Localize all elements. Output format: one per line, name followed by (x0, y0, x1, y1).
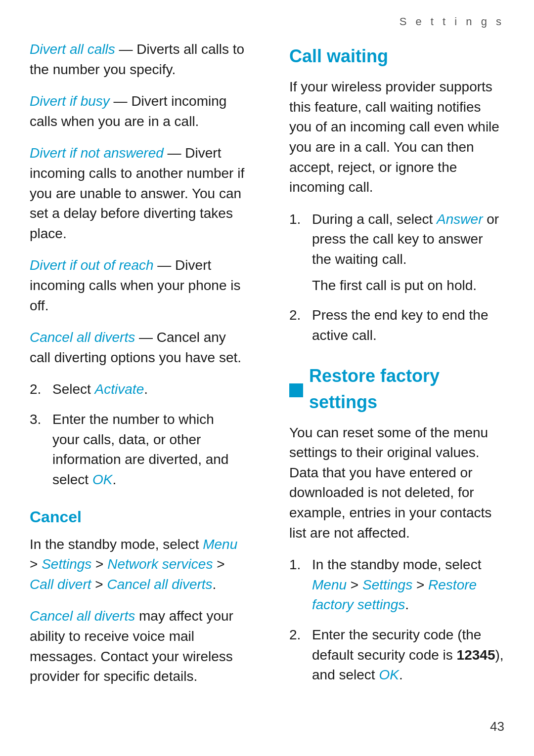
call-waiting-heading: Call waiting (289, 43, 504, 69)
left-column: Divert all calls — Diverts all calls to … (30, 40, 255, 699)
menu-link-cancel: Menu (203, 537, 237, 552)
content-area: Divert all calls — Diverts all calls to … (0, 0, 534, 738)
cancel-all-diverts-link3: Cancel all diverts (30, 608, 135, 624)
ok-link-restore: OK (379, 667, 399, 682)
call-waiting-step-1: 1. During a call, select Answer or press… (289, 210, 504, 295)
restore-icon (289, 383, 303, 397)
divert-if-out-of-reach-para: Divert if out of reach — Divert incoming… (30, 255, 245, 316)
ok-link-left: OK (92, 472, 112, 487)
divert-all-calls-link: Divert all calls (30, 42, 115, 57)
cancel-sep4: > (91, 577, 107, 592)
step-1-before: During a call, select (312, 211, 437, 227)
left-step-2-before: Select (52, 381, 95, 397)
left-step-2-after: . (144, 381, 148, 397)
divert-if-not-answered-para: Divert if not answered — Divert incoming… (30, 143, 245, 244)
step-1-content: During a call, select Answer or press th… (312, 210, 504, 295)
left-step-3-before: Enter the number to which your calls, da… (52, 412, 228, 487)
security-code: 12345 (457, 647, 495, 663)
divert-if-out-of-reach-link: Divert if out of reach (30, 257, 154, 273)
divert-all-calls-para: Divert all calls — Diverts all calls to … (30, 40, 245, 80)
right-column: Call waiting If your wireless provider s… (284, 40, 504, 699)
call-divert-link: Call divert (30, 577, 91, 592)
restore-sep1: > (347, 577, 362, 592)
network-services-link: Network services (107, 556, 213, 572)
restore-step-2-before: Enter the security code (the default sec… (312, 627, 481, 663)
restore-factory-heading-text: Restore factory settings (309, 363, 504, 415)
cancel-section: Cancel In the standby mode, select Menu … (30, 505, 245, 687)
restore-step-2: 2. Enter the security code (the default … (289, 625, 504, 685)
cancel-para1: In the standby mode, select Menu > Setti… (30, 535, 245, 595)
call-waiting-section: Call waiting If your wireless provider s… (289, 43, 504, 345)
left-steps-list: 2. Select Activate. 3. Enter the number … (30, 379, 245, 490)
left-step-2-content: Select Activate. (52, 379, 245, 400)
menu-link-restore: Menu (312, 577, 347, 592)
page-number: 43 (490, 717, 504, 736)
left-step-3-content: Enter the number to which your calls, da… (52, 410, 245, 490)
cancel-para2: Cancel all diverts may affect your abili… (30, 606, 245, 686)
cancel-para1-after: . (213, 577, 217, 592)
restore-step-1-num: 1. (289, 555, 304, 615)
restore-step-1-after: . (405, 597, 409, 612)
cancel-sep3: > (213, 556, 224, 572)
restore-step-1-before: In the standby mode, select (312, 557, 481, 572)
restore-factory-section: Restore factory settings You can reset s… (289, 363, 504, 685)
call-waiting-steps: 1. During a call, select Answer or press… (289, 210, 504, 346)
answer-link: Answer (437, 211, 483, 227)
activate-link: Activate (95, 381, 144, 397)
restore-factory-heading: Restore factory settings (289, 363, 504, 415)
left-step-3-after: . (112, 472, 116, 487)
cancel-all-diverts-para: Cancel all diverts — Cancel any call div… (30, 328, 245, 368)
divert-if-busy-para: Divert if busy — Divert incoming calls w… (30, 91, 245, 131)
step-2-content: Press the end key to end the active call… (312, 305, 504, 345)
restore-step-1: 1. In the standby mode, select Menu > Se… (289, 555, 504, 615)
restore-intro: You can reset some of the menu settings … (289, 423, 504, 544)
left-step-2: 2. Select Activate. (30, 379, 245, 400)
restore-step-1-content: In the standby mode, select Menu > Setti… (312, 555, 504, 615)
call-waiting-intro: If your wireless provider supports this … (289, 77, 504, 198)
call-waiting-step-2: 2. Press the end key to end the active c… (289, 305, 504, 345)
settings-link-restore: Settings (362, 577, 412, 592)
restore-step-2-content: Enter the security code (the default sec… (312, 625, 504, 685)
step-1-num: 1. (289, 210, 304, 295)
left-step-3-num: 3. (30, 410, 44, 490)
restore-step-2-after: . (399, 667, 403, 682)
restore-step-2-num: 2. (289, 625, 304, 685)
cancel-all-diverts-link2: Cancel all diverts (107, 577, 212, 592)
settings-link-cancel: Settings (42, 556, 91, 572)
cancel-sep1: > (30, 556, 42, 572)
cancel-sep2: > (91, 556, 107, 572)
divert-if-busy-link: Divert if busy (30, 93, 110, 109)
cancel-heading: Cancel (30, 505, 245, 528)
cancel-all-diverts-link: Cancel all diverts (30, 330, 135, 345)
step-2-num: 2. (289, 305, 304, 345)
left-step-2-num: 2. (30, 379, 44, 400)
restore-sep2: > (412, 577, 428, 592)
cancel-para1-before: In the standby mode, select (30, 537, 203, 552)
page-header-label: S e t t i n g s (400, 14, 504, 30)
step-1-sub-para: The first call is put on hold. (312, 276, 504, 296)
restore-steps: 1. In the standby mode, select Menu > Se… (289, 555, 504, 685)
left-step-3: 3. Enter the number to which your calls,… (30, 410, 245, 490)
divert-if-not-answered-link: Divert if not answered (30, 145, 164, 161)
